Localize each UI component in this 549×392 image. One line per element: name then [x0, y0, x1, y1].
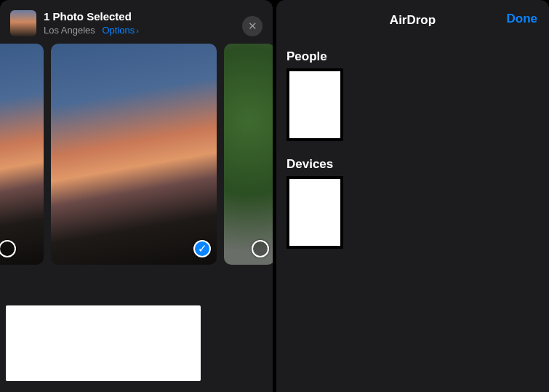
share-actions-placeholder: [6, 305, 201, 381]
share-sheet: 1 Photo Selected Los Angeles Options› ✕ …: [0, 0, 273, 392]
share-location: Los Angeles: [44, 25, 95, 36]
photo-thumbnail-selected[interactable]: ✓: [51, 44, 217, 265]
share-options-label: Options: [102, 25, 135, 36]
share-titles: 1 Photo Selected Los Angeles Options›: [44, 10, 263, 36]
chevron-right-icon: ›: [136, 26, 139, 35]
airdrop-panel: AirDrop Done People Devices: [276, 0, 549, 392]
airdrop-title: AirDrop: [390, 13, 436, 28]
airdrop-devices-section: Devices: [276, 148, 549, 249]
selection-circle-unselected[interactable]: [252, 240, 269, 257]
photo-thumbnail[interactable]: [0, 44, 44, 265]
share-subtitle: Los Angeles Options›: [44, 25, 263, 36]
photo-strip[interactable]: ✓: [0, 44, 273, 269]
share-options-link[interactable]: Options›: [102, 25, 138, 36]
close-button[interactable]: ✕: [242, 16, 263, 36]
check-icon: ✓: [198, 242, 207, 255]
airdrop-people-label: People: [276, 41, 549, 68]
share-title: 1 Photo Selected: [44, 10, 263, 23]
airdrop-header: AirDrop Done: [276, 0, 549, 41]
photo-thumbnail[interactable]: [224, 44, 273, 265]
airdrop-people-section: People: [276, 41, 549, 141]
airdrop-device-tile[interactable]: [286, 176, 343, 249]
selection-circle-unselected[interactable]: [0, 240, 16, 257]
airdrop-devices-label: Devices: [276, 148, 549, 176]
done-button[interactable]: Done: [507, 12, 538, 26]
share-header: 1 Photo Selected Los Angeles Options› ✕: [0, 0, 273, 44]
airdrop-person-tile[interactable]: [286, 68, 343, 141]
selection-circle-selected[interactable]: ✓: [193, 240, 211, 257]
selected-photo-thumb: [10, 10, 36, 36]
close-icon: ✕: [248, 20, 257, 33]
